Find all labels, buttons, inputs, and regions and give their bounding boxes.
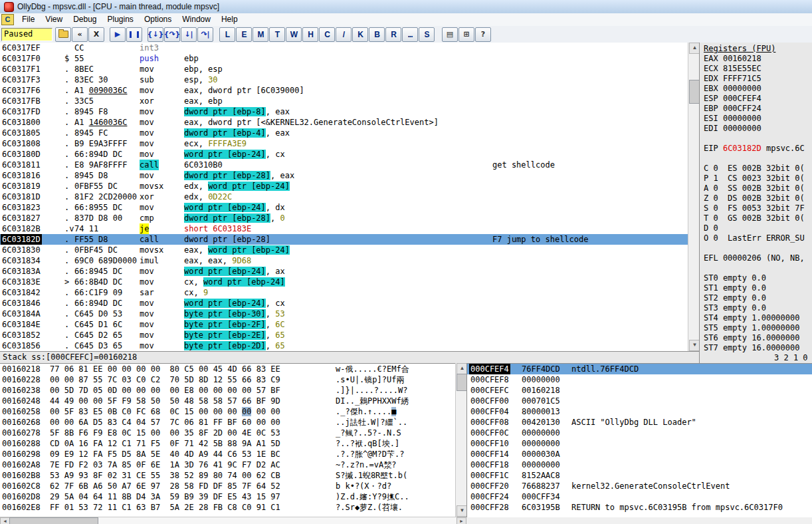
register-row[interactable]: EBX 00000000: [704, 84, 812, 94]
disassembly-row[interactable]: 6C031808.B9 E9A3FFFFmovecx, FFFFA3E9: [0, 138, 688, 149]
scroll-thumb[interactable]: [9, 517, 98, 524]
flag-segment-row[interactable]: C 0 ES 002B 32bit 0(: [704, 164, 812, 174]
dump-row[interactable]: 0016021877 06 81 EE 00 00 00 00 80 C5 00…: [0, 364, 455, 374]
fpu-register-row[interactable]: ST7 empty 16.0000000: [704, 343, 812, 353]
restart-button[interactable]: «: [72, 27, 88, 42]
disassembly-row[interactable]: 6C031834.69C0 689D0000imuleax, eax, 9D68: [0, 255, 688, 266]
menu-item-plugins[interactable]: Plugins: [102, 13, 139, 25]
disassembly-row[interactable]: 6C0317FB.33C5xoreax, ebp: [0, 96, 688, 106]
dump-row[interactable]: 001602B853 A9 93 8F 02 31 CE 55 38 52 89…: [0, 470, 455, 481]
disassembly-row[interactable]: 6C031823.66:8955 DCmovword ptr [ebp-24],…: [0, 202, 688, 213]
menu-item-file[interactable]: File: [17, 13, 40, 25]
stack-row[interactable]: 000CFEF800000000: [467, 374, 812, 385]
disassembly-row[interactable]: 6C0317F0$55pushebp: [0, 53, 688, 64]
disassembly-row[interactable]: 6C03180D.66:894D DCmovword ptr [ebp-24],…: [0, 149, 688, 160]
stack-row[interactable]: 000CFF00000701C5: [467, 396, 812, 406]
dump-row[interactable]: 001602A87E FD F2 03 7A 85 0F 6E 1A 3D 76…: [0, 459, 455, 470]
dump-row[interactable]: 0016022800 00 87 55 7C 03 C0 C2 70 5D 8D…: [0, 374, 455, 385]
dump-row[interactable]: 0016026800 00 6A D5 83 C4 04 57 7C 06 81…: [0, 417, 455, 428]
stack-row[interactable]: 000CFF0480000013: [467, 406, 812, 417]
disassembly-row[interactable]: 6C03183E>66:8B4D DCmovcx, word ptr [ebp-…: [0, 277, 688, 287]
appearance-button[interactable]: ▤: [442, 27, 458, 42]
flag-segment-row[interactable]: O 0 LastErr ERROR_SU: [704, 233, 812, 243]
tile-windows-button[interactable]: ⊞: [458, 27, 474, 42]
disassembly-row[interactable]: 6C0317EFCCint3: [0, 43, 688, 53]
stack-row[interactable]: 000CFF24000CFF34: [467, 491, 812, 502]
dump-row[interactable]: 0016029809 E9 12 FA F5 D5 8A 5E 40 4D A9…: [0, 449, 455, 459]
fpu-register-row[interactable]: ST1 empty 0.0: [704, 283, 812, 293]
dump-row[interactable]: 00160288CD 0A 16 FA 12 C1 71 F5 0F 71 42…: [0, 438, 455, 449]
disassembly-row[interactable]: 6C031800.A1 1460036Cmoveax, dword ptr [<…: [0, 117, 688, 128]
menu-item-view[interactable]: View: [40, 13, 68, 25]
run-trace-button[interactable]: ...: [402, 27, 418, 42]
menu-item-window[interactable]: Window: [177, 13, 216, 25]
register-row[interactable]: ESI 00000000: [704, 114, 812, 124]
close-button[interactable]: X: [88, 27, 104, 42]
disassembly-row[interactable]: 6C03181D.81F2 2CD20000xoredx, 0D22C: [0, 192, 688, 202]
disassembly-row[interactable]: 6C031852.C645 D2 65movbyte ptr [ebp-2E],…: [0, 330, 688, 340]
stack-row[interactable]: 000CFF1800000000: [467, 459, 812, 470]
flag-segment-row[interactable]: T 0 GS 002B 32bit 0(: [704, 213, 812, 223]
menu-item-options[interactable]: Options: [139, 13, 177, 25]
disassembly-row[interactable]: 6C03182D.FF55 D8calldword ptr [ebp-28]F7…: [0, 234, 688, 245]
register-row[interactable]: ESP 000CFEF4: [704, 94, 812, 104]
executables-button[interactable]: E: [236, 27, 252, 42]
disassembly-row[interactable]: 6C031805.8945 FCmovdword ptr [ebp-4], ea…: [0, 128, 688, 138]
disassembly-row[interactable]: 6C031842.66:C1F9 09sarcx, 9: [0, 287, 688, 298]
fpu-register-row[interactable]: ST4 empty 1.00000000: [704, 313, 812, 323]
disassembly-row[interactable]: 6C0317FD.8945 F8movdword ptr [ebp-8], ea…: [0, 106, 688, 117]
dump-row[interactable]: 001602785F 8B F6 F9 E8 0C 15 00 00 35 8F…: [0, 428, 455, 438]
disassembly-row[interactable]: 6C03184E.C645 D1 6Cmovbyte ptr [ebp-2F],…: [0, 319, 688, 330]
memory-map-button[interactable]: M: [253, 27, 268, 42]
menu-item-debug[interactable]: Debug: [68, 13, 102, 25]
scroll-left-icon[interactable]: ◄: [0, 517, 10, 524]
fpu-register-row[interactable]: ST3 empty 0.0: [704, 303, 812, 313]
stack-row[interactable]: 000CFF1C8152AAC8: [467, 470, 812, 481]
call-stack-button[interactable]: K: [352, 27, 368, 42]
run-button[interactable]: ▶: [110, 27, 126, 42]
dump-row[interactable]: 001602E8FF 01 53 72 11 C1 63 B7 5A 2E 28…: [0, 502, 455, 513]
disassembly-row[interactable]: 6C031811.E8 9AF8FFFFcall6C0310B0get shel…: [0, 160, 688, 170]
stack-row[interactable]: 000CFF2076688237kernel32.GenerateConsole…: [467, 481, 812, 491]
menu-item-help[interactable]: Help: [216, 13, 243, 25]
help-button[interactable]: ?: [475, 27, 491, 42]
step-over-button[interactable]: {↷}: [164, 27, 180, 42]
disassembly-row[interactable]: 6C031846.66:894D DCmovword ptr [ebp-24],…: [0, 298, 688, 309]
disassembly-row[interactable]: 6C031856.C645 D3 65movbyte ptr [ebp-2D],…: [0, 340, 688, 351]
log-button[interactable]: L: [219, 27, 235, 42]
fpu-register-row[interactable]: ST0 empty 0.0: [704, 273, 812, 283]
disassembly-row[interactable]: 6C031827.837D D8 00cmpdword ptr [ebp-28]…: [0, 213, 688, 223]
disassembly-row[interactable]: 6C0317F1.8BECmovebp, esp: [0, 64, 688, 74]
stack-row[interactable]: 000CFEF476FF4DCDntdll.76FF4DCD: [467, 364, 812, 374]
disassembly-row[interactable]: 6C0317F3.83EC 30subesp, 30: [0, 74, 688, 85]
disassembly-row[interactable]: 6C0317F6.A1 0090036Cmoveax, dword ptr [6…: [0, 85, 688, 96]
fpu-register-row[interactable]: ST2 empty 0.0: [704, 293, 812, 303]
disassembly-row[interactable]: 6C031819.0FBF55 DCmovsxedx, word ptr [eb…: [0, 181, 688, 192]
disassembly-row[interactable]: 6C03184A.C645 D0 53movbyte ptr [ebp-30],…: [0, 309, 688, 319]
disassembly-row[interactable]: 6C031830.0FBF45 DCmovsxeax, word ptr [eb…: [0, 245, 688, 255]
flag-segment-row[interactable]: Z 0 DS 002B 32bit 0(: [704, 194, 812, 203]
register-row[interactable]: EDI 00000000: [704, 124, 812, 134]
dump-row[interactable]: 0016024844 49 00 00 5F F9 58 50 50 48 58…: [0, 396, 455, 406]
step-into-button[interactable]: {↓}: [148, 27, 163, 42]
open-file-button[interactable]: [55, 27, 71, 42]
fpu-register-row[interactable]: ST5 empty 1.00000000: [704, 323, 812, 333]
dump-scrollbar[interactable]: ▲ ▼: [455, 363, 467, 517]
flag-segment-row[interactable]: D 0: [704, 223, 812, 233]
stack-row[interactable]: 000CFF1000000000: [467, 438, 812, 449]
source-button[interactable]: S: [419, 27, 435, 42]
breakpoints-button[interactable]: B: [369, 27, 385, 42]
stack-row[interactable]: 000CFF140000030A: [467, 449, 812, 459]
stack-row[interactable]: 000CFF286C03195BRETURN to mpsvc.6C03195B…: [467, 502, 812, 513]
app-icon[interactable]: [4, 2, 14, 12]
dump-row[interactable]: 0016025800 5F 83 E5 0B C0 FC 68 0C 15 00…: [0, 406, 455, 417]
scroll-right-icon[interactable]: ►: [457, 517, 466, 524]
disassembly-row[interactable]: 6C03182B.v74 11jeshort 6C03183E: [0, 223, 688, 234]
animate-into-button[interactable]: ↓|: [181, 27, 197, 42]
references-button[interactable]: R: [385, 27, 401, 42]
register-row[interactable]: ECX 815E55EC: [704, 64, 812, 74]
disassembly-scrollbar[interactable]: ▲ ▼: [688, 43, 700, 351]
dump-row[interactable]: 0016023800 5D 7D 05 0D 00 00 00 00 E8 00…: [0, 385, 455, 396]
stack-row[interactable]: 000CFF0C00000000: [467, 428, 812, 438]
disassembly-row[interactable]: 6C031816.8945 D8movdword ptr [ebp-28], e…: [0, 170, 688, 181]
